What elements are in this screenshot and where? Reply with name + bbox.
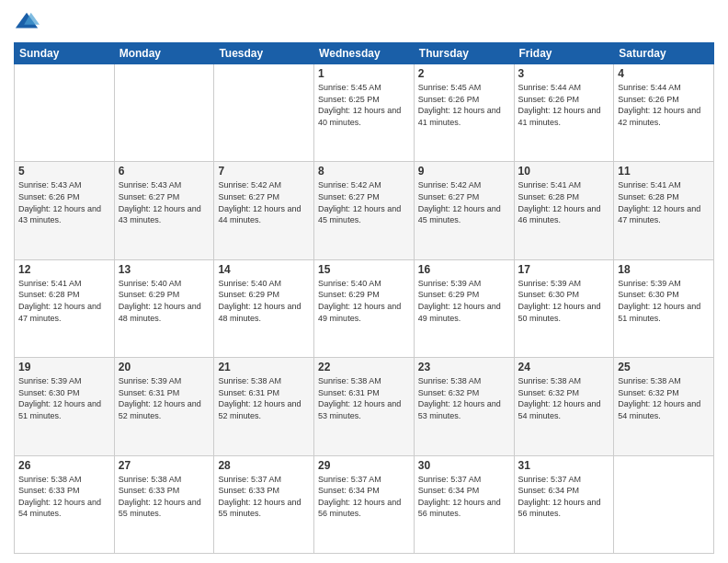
day-info: Sunrise: 5:40 AM Sunset: 6:29 PM Dayligh… bbox=[119, 278, 210, 324]
calendar-cell: 19Sunrise: 5:39 AM Sunset: 6:30 PM Dayli… bbox=[15, 358, 115, 455]
day-number: 27 bbox=[119, 459, 210, 472]
day-info: Sunrise: 5:38 AM Sunset: 6:31 PM Dayligh… bbox=[218, 375, 310, 421]
day-number: 23 bbox=[418, 361, 510, 373]
day-number: 19 bbox=[18, 361, 110, 373]
day-info: Sunrise: 5:38 AM Sunset: 6:32 PM Dayligh… bbox=[418, 375, 510, 421]
day-info: Sunrise: 5:42 AM Sunset: 6:27 PM Dayligh… bbox=[218, 179, 310, 225]
day-info: Sunrise: 5:37 AM Sunset: 6:34 PM Dayligh… bbox=[418, 474, 510, 520]
calendar-cell: 8Sunrise: 5:42 AM Sunset: 6:27 PM Daylig… bbox=[314, 162, 415, 259]
day-number: 10 bbox=[518, 165, 610, 178]
day-info: Sunrise: 5:40 AM Sunset: 6:29 PM Dayligh… bbox=[318, 278, 410, 324]
day-info: Sunrise: 5:40 AM Sunset: 6:29 PM Dayligh… bbox=[218, 278, 310, 324]
day-info: Sunrise: 5:41 AM Sunset: 6:28 PM Dayligh… bbox=[518, 179, 610, 225]
day-number: 22 bbox=[318, 361, 410, 373]
week-row-4: 19Sunrise: 5:39 AM Sunset: 6:30 PM Dayli… bbox=[15, 358, 714, 455]
day-info: Sunrise: 5:38 AM Sunset: 6:33 PM Dayligh… bbox=[18, 474, 110, 520]
day-number: 31 bbox=[518, 459, 610, 472]
weekday-header-saturday: Saturday bbox=[614, 43, 714, 64]
day-info: Sunrise: 5:37 AM Sunset: 6:34 PM Dayligh… bbox=[518, 474, 610, 520]
calendar-cell: 4Sunrise: 5:44 AM Sunset: 6:26 PM Daylig… bbox=[614, 64, 714, 162]
calendar-cell: 10Sunrise: 5:41 AM Sunset: 6:28 PM Dayli… bbox=[514, 162, 614, 259]
calendar-cell: 9Sunrise: 5:42 AM Sunset: 6:27 PM Daylig… bbox=[414, 162, 514, 259]
calendar-cell: 11Sunrise: 5:41 AM Sunset: 6:28 PM Dayli… bbox=[614, 162, 714, 259]
day-info: Sunrise: 5:39 AM Sunset: 6:30 PM Dayligh… bbox=[518, 278, 610, 324]
calendar-cell: 6Sunrise: 5:43 AM Sunset: 6:27 PM Daylig… bbox=[114, 162, 214, 259]
day-number: 30 bbox=[418, 459, 510, 472]
calendar-cell: 24Sunrise: 5:38 AM Sunset: 6:32 PM Dayli… bbox=[514, 358, 614, 455]
page: SundayMondayTuesdayWednesdayThursdayFrid… bbox=[0, 0, 728, 563]
day-number: 3 bbox=[518, 67, 610, 80]
calendar-cell: 5Sunrise: 5:43 AM Sunset: 6:26 PM Daylig… bbox=[15, 162, 115, 259]
calendar-cell: 15Sunrise: 5:40 AM Sunset: 6:29 PM Dayli… bbox=[314, 259, 415, 357]
day-info: Sunrise: 5:39 AM Sunset: 6:29 PM Dayligh… bbox=[418, 278, 510, 324]
day-number: 1 bbox=[318, 67, 410, 80]
weekday-header-row: SundayMondayTuesdayWednesdayThursdayFrid… bbox=[15, 43, 714, 64]
day-info: Sunrise: 5:42 AM Sunset: 6:27 PM Dayligh… bbox=[418, 179, 510, 225]
day-number: 25 bbox=[618, 361, 710, 373]
day-number: 7 bbox=[218, 165, 310, 178]
day-number: 5 bbox=[18, 165, 110, 178]
calendar-cell: 18Sunrise: 5:39 AM Sunset: 6:30 PM Dayli… bbox=[614, 259, 714, 357]
day-info: Sunrise: 5:38 AM Sunset: 6:31 PM Dayligh… bbox=[318, 375, 410, 421]
calendar-cell bbox=[214, 64, 314, 162]
weekday-header-wednesday: Wednesday bbox=[314, 43, 415, 64]
calendar-cell: 31Sunrise: 5:37 AM Sunset: 6:34 PM Dayli… bbox=[514, 455, 614, 553]
day-number: 28 bbox=[218, 459, 310, 472]
weekday-header-monday: Monday bbox=[114, 43, 214, 64]
calendar-cell: 2Sunrise: 5:45 AM Sunset: 6:26 PM Daylig… bbox=[414, 64, 514, 162]
day-info: Sunrise: 5:44 AM Sunset: 6:26 PM Dayligh… bbox=[518, 82, 610, 128]
day-number: 20 bbox=[119, 361, 210, 373]
logo-icon bbox=[14, 9, 40, 35]
day-info: Sunrise: 5:41 AM Sunset: 6:28 PM Dayligh… bbox=[18, 278, 110, 324]
weekday-header-sunday: Sunday bbox=[15, 43, 115, 64]
calendar-cell bbox=[15, 64, 115, 162]
day-number: 17 bbox=[518, 263, 610, 276]
calendar-cell: 25Sunrise: 5:38 AM Sunset: 6:32 PM Dayli… bbox=[614, 358, 714, 455]
week-row-2: 5Sunrise: 5:43 AM Sunset: 6:26 PM Daylig… bbox=[15, 162, 714, 259]
day-info: Sunrise: 5:41 AM Sunset: 6:28 PM Dayligh… bbox=[618, 179, 710, 225]
week-row-5: 26Sunrise: 5:38 AM Sunset: 6:33 PM Dayli… bbox=[15, 455, 714, 553]
day-info: Sunrise: 5:39 AM Sunset: 6:31 PM Dayligh… bbox=[119, 375, 210, 421]
day-number: 12 bbox=[18, 263, 110, 276]
day-info: Sunrise: 5:38 AM Sunset: 6:32 PM Dayligh… bbox=[518, 375, 610, 421]
day-number: 2 bbox=[418, 67, 510, 80]
calendar-cell: 26Sunrise: 5:38 AM Sunset: 6:33 PM Dayli… bbox=[15, 455, 115, 553]
day-info: Sunrise: 5:39 AM Sunset: 6:30 PM Dayligh… bbox=[618, 278, 710, 324]
day-number: 26 bbox=[18, 459, 110, 472]
day-info: Sunrise: 5:45 AM Sunset: 6:26 PM Dayligh… bbox=[418, 82, 510, 128]
day-info: Sunrise: 5:42 AM Sunset: 6:27 PM Dayligh… bbox=[318, 179, 410, 225]
day-number: 16 bbox=[418, 263, 510, 276]
day-number: 18 bbox=[618, 263, 710, 276]
calendar-cell bbox=[614, 455, 714, 553]
calendar-cell: 12Sunrise: 5:41 AM Sunset: 6:28 PM Dayli… bbox=[15, 259, 115, 357]
day-info: Sunrise: 5:38 AM Sunset: 6:32 PM Dayligh… bbox=[618, 375, 710, 421]
calendar-cell bbox=[114, 64, 214, 162]
calendar-cell: 14Sunrise: 5:40 AM Sunset: 6:29 PM Dayli… bbox=[214, 259, 314, 357]
calendar-cell: 7Sunrise: 5:42 AM Sunset: 6:27 PM Daylig… bbox=[214, 162, 314, 259]
day-number: 6 bbox=[119, 165, 210, 178]
calendar-cell: 1Sunrise: 5:45 AM Sunset: 6:25 PM Daylig… bbox=[314, 64, 415, 162]
calendar-cell: 20Sunrise: 5:39 AM Sunset: 6:31 PM Dayli… bbox=[114, 358, 214, 455]
calendar-cell: 22Sunrise: 5:38 AM Sunset: 6:31 PM Dayli… bbox=[314, 358, 415, 455]
day-info: Sunrise: 5:37 AM Sunset: 6:33 PM Dayligh… bbox=[218, 474, 310, 520]
day-info: Sunrise: 5:38 AM Sunset: 6:33 PM Dayligh… bbox=[119, 474, 210, 520]
day-number: 8 bbox=[318, 165, 410, 178]
weekday-header-friday: Friday bbox=[514, 43, 614, 64]
calendar-cell: 28Sunrise: 5:37 AM Sunset: 6:33 PM Dayli… bbox=[214, 455, 314, 553]
day-number: 13 bbox=[119, 263, 210, 276]
calendar-cell: 27Sunrise: 5:38 AM Sunset: 6:33 PM Dayli… bbox=[114, 455, 214, 553]
weekday-header-thursday: Thursday bbox=[414, 43, 514, 64]
day-info: Sunrise: 5:37 AM Sunset: 6:34 PM Dayligh… bbox=[318, 474, 410, 520]
day-info: Sunrise: 5:43 AM Sunset: 6:26 PM Dayligh… bbox=[18, 179, 110, 225]
day-number: 9 bbox=[418, 165, 510, 178]
day-info: Sunrise: 5:39 AM Sunset: 6:30 PM Dayligh… bbox=[18, 375, 110, 421]
day-number: 11 bbox=[618, 165, 710, 178]
calendar-cell: 17Sunrise: 5:39 AM Sunset: 6:30 PM Dayli… bbox=[514, 259, 614, 357]
calendar-cell: 29Sunrise: 5:37 AM Sunset: 6:34 PM Dayli… bbox=[314, 455, 415, 553]
day-number: 15 bbox=[318, 263, 410, 276]
day-number: 4 bbox=[618, 67, 710, 80]
weekday-header-tuesday: Tuesday bbox=[214, 43, 314, 64]
week-row-3: 12Sunrise: 5:41 AM Sunset: 6:28 PM Dayli… bbox=[15, 259, 714, 357]
calendar-cell: 23Sunrise: 5:38 AM Sunset: 6:32 PM Dayli… bbox=[414, 358, 514, 455]
header bbox=[14, 9, 714, 35]
